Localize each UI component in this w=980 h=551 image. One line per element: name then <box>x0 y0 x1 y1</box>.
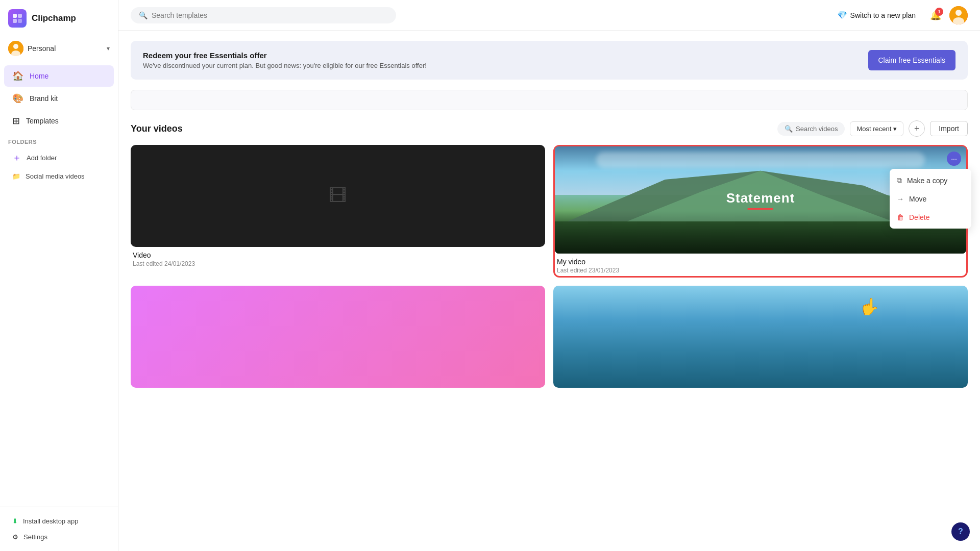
sidebar-item-brandkit-label: Brand kit <box>30 94 58 103</box>
svg-rect-3 <box>18 19 22 23</box>
video-info-1: Video Last edited 24/01/2023 <box>131 247 545 269</box>
video-info-4 <box>553 388 968 395</box>
svg-point-5 <box>13 44 18 49</box>
switch-plan-label: Switch to a new plan <box>850 11 916 19</box>
sort-chevron-icon: ▾ <box>893 125 897 133</box>
search-icon: 🔍 <box>139 11 148 19</box>
app-name: Clipchamp <box>32 13 76 23</box>
app-logo[interactable]: Clipchamp <box>0 0 118 37</box>
add-folder-button[interactable]: ＋ Add folder <box>4 147 114 168</box>
section-controls: 🔍 Search videos Most recent ▾ + Import <box>777 120 968 137</box>
add-video-button[interactable]: + <box>909 120 925 137</box>
move-label: Move <box>909 195 926 203</box>
add-icon: + <box>914 123 920 134</box>
notification-button[interactable]: 🔔 1 <box>930 10 941 21</box>
template-search-bar[interactable]: 🔍 <box>131 7 396 23</box>
svg-rect-1 <box>18 14 22 18</box>
video-info-2: My video Last edited 23/01/2023 <box>555 254 966 276</box>
video-card-4[interactable] <box>553 286 968 395</box>
copy-icon: ⧉ <box>897 176 902 185</box>
svg-rect-0 <box>13 14 17 18</box>
statement-overlay: Statement <box>726 190 795 210</box>
account-avatar <box>8 41 23 56</box>
statement-underline <box>748 208 773 210</box>
move-icon: → <box>897 195 904 203</box>
folder-social-media[interactable]: 📁 Social media videos <box>4 168 114 184</box>
folder-social-media-label: Social media videos <box>26 172 85 180</box>
install-icon: ⬇ <box>12 517 18 525</box>
cursor-hand: 👆 <box>859 297 879 316</box>
video-name-2: My video <box>557 258 964 266</box>
help-label: ? <box>958 527 963 536</box>
sidebar-nav: 🏠 Home 🎨 Brand kit ⊞ Templates FOLDERS ＋… <box>0 60 118 507</box>
video-card-2[interactable]: Statement ··· ⧉ Make a copy <box>553 145 968 278</box>
banner-description: We've discontinued your current plan. Bu… <box>143 62 427 69</box>
folders-section-title: FOLDERS <box>0 133 118 147</box>
video-thumb-1: 🎞 <box>131 145 545 247</box>
sort-dropdown[interactable]: Most recent ▾ <box>850 121 903 136</box>
video-thumb-4 <box>553 286 968 388</box>
settings-button[interactable]: ⚙ Settings <box>4 529 114 545</box>
banner-text: Redeem your free Essentials offer We've … <box>143 51 427 69</box>
video-card-1[interactable]: 🎞 Video Last edited 24/01/2023 <box>131 145 545 278</box>
context-menu: ⧉ Make a copy → Move 🗑 Delete <box>890 169 971 229</box>
delete-label: Delete <box>909 213 929 221</box>
templates-icon: ⊞ <box>12 115 20 127</box>
video-name-1: Video <box>133 251 543 259</box>
claim-essentials-button[interactable]: Claim free Essentials <box>868 50 956 70</box>
folder-icon: 📁 <box>12 172 20 180</box>
search-templates-input[interactable] <box>152 11 388 19</box>
chevron-down-icon: ▾ <box>107 45 110 52</box>
make-copy-label: Make a copy <box>907 177 947 185</box>
video-search-placeholder: Search videos <box>796 125 838 133</box>
import-button[interactable]: Import <box>930 121 968 136</box>
delete-icon: 🗑 <box>897 213 904 221</box>
content-area: Redeem your free Essentials offer We've … <box>118 31 980 551</box>
brandkit-icon: 🎨 <box>12 93 23 104</box>
help-button[interactable]: ? <box>951 522 970 541</box>
sidebar-item-templates[interactable]: ⊞ Templates <box>4 110 114 132</box>
settings-icon: ⚙ <box>12 533 18 541</box>
main-content: 🔍 💎 Switch to a new plan 🔔 1 <box>118 0 980 551</box>
sidebar-item-templates-label: Templates <box>26 117 59 125</box>
home-icon: 🏠 <box>12 70 23 82</box>
context-menu-move[interactable]: → Move <box>890 190 971 208</box>
account-name: Personal <box>28 44 103 53</box>
clouds <box>596 152 925 168</box>
sidebar-bottom: ⬇ Install desktop app ⚙ Settings <box>0 507 118 551</box>
essentials-banner: Redeem your free Essentials offer We've … <box>131 41 968 80</box>
video-search-icon: 🔍 <box>785 125 793 133</box>
diamond-icon: 💎 <box>837 10 847 20</box>
install-app-label: Install desktop app <box>23 517 78 525</box>
sidebar-item-home[interactable]: 🏠 Home <box>4 65 114 87</box>
context-menu-make-copy[interactable]: ⧉ Make a copy <box>890 171 971 190</box>
svg-point-8 <box>955 10 962 16</box>
account-switcher[interactable]: Personal ▾ <box>0 37 118 60</box>
add-folder-label: Add folder <box>27 154 57 162</box>
switch-plan-button[interactable]: 💎 Switch to a new plan <box>831 6 922 24</box>
sidebar-item-home-label: Home <box>30 72 48 80</box>
video-info-3 <box>131 388 545 395</box>
context-menu-delete[interactable]: 🗑 Delete <box>890 208 971 227</box>
videos-section-header: Your videos 🔍 Search videos Most recent … <box>131 120 968 137</box>
install-app-button[interactable]: ⬇ Install desktop app <box>4 513 114 529</box>
video-search-bar[interactable]: 🔍 Search videos <box>777 122 845 136</box>
videos-section-title: Your videos <box>131 123 183 134</box>
svg-rect-2 <box>13 19 17 23</box>
sidebar-item-brandkit[interactable]: 🎨 Brand kit <box>4 88 114 109</box>
film-icon: 🎞 <box>329 185 347 207</box>
logo-icon <box>8 9 27 28</box>
tabs-bar <box>131 90 968 110</box>
video-grid: 🎞 Video Last edited 24/01/2023 <box>131 145 968 395</box>
video-thumb-3 <box>131 286 545 388</box>
banner-title: Redeem your free Essentials offer <box>143 51 427 60</box>
settings-label: Settings <box>23 533 47 541</box>
sort-label: Most recent <box>856 125 891 133</box>
topbar: 🔍 💎 Switch to a new plan 🔔 1 <box>118 0 980 31</box>
three-dot-button[interactable]: ··· <box>947 152 961 166</box>
video-date-1: Last edited 24/01/2023 <box>133 260 543 267</box>
add-folder-icon: ＋ <box>12 152 21 164</box>
user-avatar[interactable] <box>949 6 968 24</box>
video-card-3[interactable] <box>131 286 545 395</box>
sidebar: Clipchamp Personal ▾ 🏠 Home 🎨 Brand kit … <box>0 0 118 551</box>
